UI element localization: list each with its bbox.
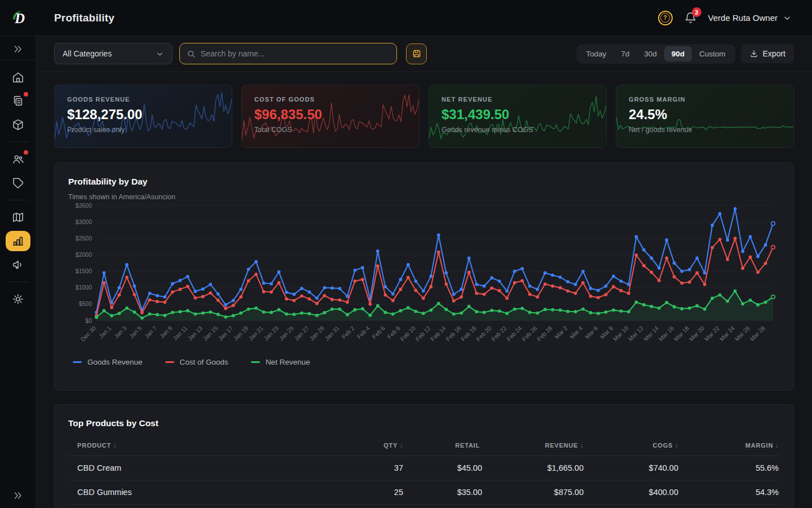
- svg-text:Mar 4: Mar 4: [568, 325, 584, 340]
- svg-text:$0: $0: [85, 317, 92, 324]
- legend-label: Net Revenue: [266, 358, 310, 366]
- sidebar-item-products[interactable]: [6, 115, 30, 135]
- revenue-cell: $875.00: [483, 480, 585, 504]
- svg-text:Jan 1: Jan 1: [98, 325, 113, 340]
- sidebar-item-home[interactable]: [6, 67, 30, 87]
- margin-cell: 55.6%: [679, 456, 780, 480]
- column-header-qty[interactable]: QTY↕: [339, 442, 404, 449]
- range-custom-button[interactable]: Custom: [692, 46, 733, 62]
- svg-text:$2000: $2000: [76, 251, 92, 258]
- svg-text:Mar 10: Mar 10: [612, 325, 630, 343]
- sidebar-item-tags[interactable]: [6, 173, 30, 193]
- legend-swatch: [165, 361, 174, 363]
- svg-text:Jan 15: Jan 15: [201, 325, 219, 342]
- sidebar-item-marketing[interactable]: [6, 255, 30, 275]
- qty-cell: 37: [339, 456, 404, 480]
- svg-text:Feb 22: Feb 22: [490, 325, 508, 343]
- svg-text:Feb 28: Feb 28: [536, 325, 554, 343]
- svg-text:Feb 14: Feb 14: [429, 325, 447, 343]
- product-cell: CBD Gummies: [68, 480, 339, 504]
- sidebar-item-reports[interactable]: [6, 231, 30, 251]
- svg-text:Jan 23: Jan 23: [262, 325, 280, 342]
- export-button[interactable]: Export: [741, 44, 794, 63]
- range-30d-button[interactable]: 30d: [637, 46, 664, 62]
- gear-icon: [12, 293, 24, 305]
- svg-text:$3500: $3500: [76, 202, 92, 209]
- users-icon: [12, 153, 24, 165]
- column-header-product[interactable]: PRODUCT↕: [68, 442, 339, 449]
- sidebar-item-settings[interactable]: [6, 289, 30, 309]
- save-icon: [412, 49, 422, 59]
- search-icon: [187, 49, 196, 59]
- sort-icon: ↓: [775, 443, 779, 449]
- svg-text:D: D: [14, 10, 25, 25]
- svg-text:Jan 21: Jan 21: [247, 325, 264, 342]
- chevron-down-icon: [783, 14, 792, 23]
- svg-text:Jan 11: Jan 11: [171, 325, 188, 341]
- range-90d-button[interactable]: 90d: [664, 46, 692, 62]
- legend-cost-of-goods[interactable]: Cost of Goods: [165, 358, 228, 366]
- retail-cell: $45.00: [404, 456, 483, 480]
- top-bar: D Profitability ? 3 Verde Ruta Owner: [0, 0, 812, 36]
- range-today-button[interactable]: Today: [579, 46, 614, 62]
- help-button[interactable]: ?: [658, 11, 673, 25]
- kpi-label: NET REVENUE: [442, 96, 594, 103]
- sidebar-item-customers[interactable]: [6, 149, 30, 169]
- svg-text:Jan 29: Jan 29: [308, 325, 325, 342]
- kpi-card-cost-of-goods: COST OF GOODS $96,835.50 Total COGS: [241, 85, 420, 148]
- help-icon: ?: [660, 13, 670, 23]
- date-range-group: Today 7d 30d 90d Custom: [576, 44, 735, 64]
- svg-text:Jan 19: Jan 19: [232, 325, 249, 342]
- sidebar-expand-button[interactable]: [0, 36, 36, 60]
- top-products-card: Top Products by Cost PRODUCT↕ QTY↕ RETAI…: [54, 404, 794, 508]
- table-row: CBD Cream 37 $45.00 $1,665.00 $740.00 55…: [68, 456, 780, 480]
- app-logo[interactable]: D: [0, 8, 36, 28]
- sidebar-item-orders[interactable]: [6, 91, 30, 111]
- chevrons-right-icon: [12, 43, 24, 55]
- legend-label: Goods Revenue: [87, 358, 143, 366]
- category-filter-select[interactable]: All Categories: [54, 43, 173, 64]
- bar-chart-icon: [12, 235, 24, 247]
- notifications-button[interactable]: 3: [684, 11, 697, 24]
- svg-text:Jan 17: Jan 17: [217, 325, 234, 342]
- cogs-cell: $400.00: [585, 480, 679, 504]
- user-menu[interactable]: Verde Ruta Owner: [708, 13, 792, 23]
- retail-cell: $35.00: [404, 480, 483, 504]
- legend-goods-revenue[interactable]: Goods Revenue: [73, 358, 143, 366]
- svg-text:$1500: $1500: [76, 268, 92, 274]
- legend-swatch: [251, 361, 260, 363]
- sort-icon: ↕: [580, 443, 584, 449]
- svg-text:Dec 30: Dec 30: [79, 325, 97, 343]
- chart-legend: Goods Revenue Cost of Goods Net Revenue: [73, 358, 780, 366]
- chart-timezone-note: Times shown in America/Asuncion: [68, 193, 780, 201]
- sidebar-expand-bottom-button[interactable]: [12, 482, 24, 508]
- svg-text:Jan 31: Jan 31: [323, 325, 341, 342]
- svg-text:Jan 27: Jan 27: [293, 325, 310, 342]
- svg-text:$3000: $3000: [76, 218, 92, 225]
- table-header-row: PRODUCT↕ QTY↕ RETAIL REVENUE↕ COGS↕ MARG…: [68, 436, 780, 456]
- svg-text:Mar 18: Mar 18: [673, 325, 691, 343]
- svg-text:Feb 18: Feb 18: [460, 325, 478, 343]
- product-cell: CBD Cream: [68, 456, 339, 480]
- chevron-down-icon: [156, 50, 164, 58]
- user-name: Verde Ruta Owner: [708, 13, 778, 23]
- svg-text:$1000: $1000: [76, 284, 92, 291]
- sidebar-item-catalog[interactable]: [6, 207, 30, 227]
- search-input[interactable]: [201, 49, 390, 58]
- sidebar-divider: [8, 200, 28, 200]
- sidebar-divider: [8, 142, 28, 142]
- category-filter-value: All Categories: [63, 49, 112, 58]
- column-header-cogs[interactable]: COGS↕: [585, 442, 679, 449]
- kpi-label: COST OF GOODS: [254, 96, 407, 103]
- svg-text:Jan 25: Jan 25: [277, 325, 295, 342]
- column-header-revenue[interactable]: REVENUE↕: [483, 442, 585, 449]
- range-7d-button[interactable]: 7d: [614, 46, 637, 62]
- save-view-button[interactable]: [406, 43, 427, 64]
- kpi-card-gross-margin: GROSS MARGIN 24.5% Net / goods revenue: [616, 85, 794, 148]
- legend-net-revenue[interactable]: Net Revenue: [251, 358, 310, 366]
- profitability-line-chart: $3500$3000$2500$2000$1500$1000$500$0Dec …: [68, 202, 781, 352]
- column-header-margin[interactable]: MARGIN↓: [679, 442, 780, 449]
- svg-text:Mar 6: Mar 6: [584, 325, 599, 340]
- logo-icon: D: [8, 8, 28, 28]
- column-header-retail[interactable]: RETAIL: [404, 442, 483, 449]
